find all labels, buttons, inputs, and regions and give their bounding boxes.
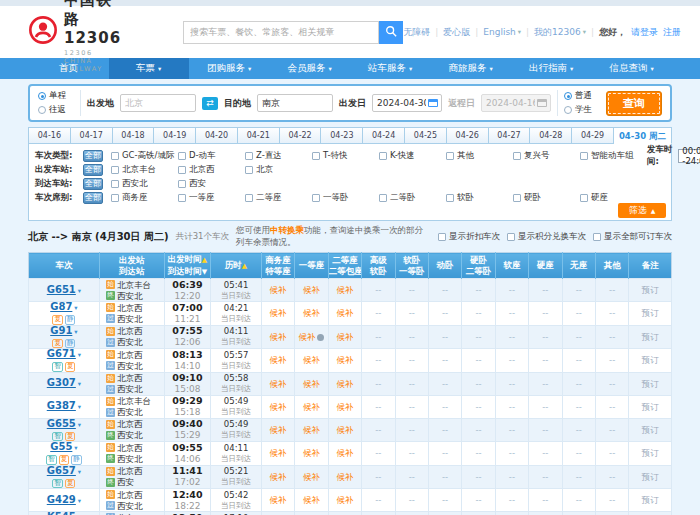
date-tab-04-29[interactable]: 04-29 bbox=[572, 127, 614, 144]
train-number-link[interactable]: G657 bbox=[47, 465, 76, 476]
filter-option[interactable]: 硬卧 bbox=[513, 192, 577, 204]
candidate-link[interactable]: 候补 bbox=[303, 495, 320, 505]
filter-option[interactable]: T-特快 bbox=[312, 150, 376, 162]
candidate-link[interactable]: 候补 bbox=[303, 448, 320, 458]
candidate-link[interactable]: 候补 bbox=[270, 332, 287, 342]
date-tab-04-23[interactable]: 04-23 bbox=[321, 127, 363, 144]
column-header[interactable]: 备注 bbox=[629, 253, 672, 279]
candidate-link[interactable]: 候补 bbox=[270, 285, 287, 295]
column-header[interactable]: 历时▲ bbox=[211, 253, 262, 279]
filter-option[interactable]: 复兴号 bbox=[513, 150, 577, 162]
filter-all-badge[interactable]: 全部 bbox=[83, 164, 103, 176]
filter-option[interactable]: 一等卧 bbox=[312, 192, 376, 204]
date-tab-04-19[interactable]: 04-19 bbox=[154, 127, 196, 144]
date-tab-04-21[interactable]: 04-21 bbox=[238, 127, 280, 144]
expand-arrow-icon[interactable]: ▾ bbox=[78, 287, 81, 295]
expand-arrow-icon[interactable]: ▾ bbox=[74, 328, 77, 336]
filter-option[interactable]: 二等座 bbox=[245, 192, 309, 204]
display-option[interactable]: 显示折扣车次 bbox=[438, 231, 500, 243]
sort-icon[interactable]: ▲ bbox=[202, 256, 207, 264]
column-header[interactable]: 动卧 bbox=[428, 253, 461, 279]
candidate-link[interactable]: 候补 bbox=[336, 425, 353, 435]
candidate-link[interactable]: 候补 bbox=[303, 425, 320, 435]
candidate-link[interactable]: 候补 bbox=[336, 332, 353, 342]
column-header[interactable]: 车次 bbox=[29, 253, 100, 279]
expand-arrow-icon[interactable]: ▾ bbox=[78, 403, 81, 411]
depart-time-select[interactable]: 00:00--24:00▾ bbox=[678, 149, 700, 163]
filter-all-badge[interactable]: 全部 bbox=[83, 192, 103, 204]
date-tab-active[interactable]: 04-30 周二 bbox=[614, 127, 672, 144]
date-tab-04-25[interactable]: 04-25 bbox=[405, 127, 447, 144]
nav-item-tickets[interactable]: 车票▾ bbox=[109, 58, 190, 79]
filter-option[interactable]: 智能动车组 bbox=[580, 150, 644, 162]
date-tab-04-24[interactable]: 04-24 bbox=[363, 127, 405, 144]
filter-all-badge[interactable]: 全部 bbox=[83, 178, 103, 190]
candidate-link[interactable]: 候补 bbox=[336, 379, 353, 389]
display-option[interactable]: 显示全部可订车次 bbox=[593, 231, 672, 243]
top-link-my-12306[interactable]: 我的12306▾ bbox=[534, 26, 586, 39]
candidate-link[interactable]: 候补 bbox=[336, 355, 353, 365]
column-header[interactable]: 无座 bbox=[562, 253, 595, 279]
candidate-link[interactable]: 候补 bbox=[336, 308, 353, 318]
column-header[interactable]: 硬卧二等卧 bbox=[462, 253, 495, 279]
column-header[interactable]: 出发时间▲到达时间▼ bbox=[164, 253, 211, 279]
column-header[interactable]: 软座 bbox=[495, 253, 528, 279]
top-link-accessibility[interactable]: 无障碍 bbox=[403, 26, 430, 39]
nav-item-home[interactable]: 首页 bbox=[28, 58, 109, 79]
train-number-link[interactable]: G655 bbox=[47, 418, 76, 429]
nav-item-travel-guide[interactable]: 出行指南▾ bbox=[511, 58, 592, 79]
date-tab-04-26[interactable]: 04-26 bbox=[447, 127, 489, 144]
candidate-info-icon[interactable] bbox=[317, 334, 324, 341]
candidate-link[interactable]: 候补 bbox=[298, 332, 315, 342]
filter-option[interactable]: 软卧 bbox=[446, 192, 510, 204]
candidate-link[interactable]: 候补 bbox=[270, 402, 287, 412]
train-number-link[interactable]: G307 bbox=[47, 377, 76, 388]
nav-item-business-service[interactable]: 商旅服务▾ bbox=[431, 58, 512, 79]
login-link[interactable]: 请登录 bbox=[631, 26, 658, 39]
filter-option[interactable]: 硬座 bbox=[580, 192, 644, 204]
column-header[interactable]: 一等座 bbox=[295, 253, 328, 279]
nav-item-station-service[interactable]: 站车服务▾ bbox=[350, 58, 431, 79]
date-tab-04-17[interactable]: 04-17 bbox=[71, 127, 113, 144]
filter-option[interactable]: K-快速 bbox=[379, 150, 443, 162]
filter-option[interactable]: 西安 bbox=[178, 178, 242, 190]
candidate-link[interactable]: 候补 bbox=[303, 355, 320, 365]
candidate-link[interactable]: 候补 bbox=[336, 472, 353, 482]
column-header[interactable]: 硬座 bbox=[529, 253, 562, 279]
filter-option[interactable]: 其他 bbox=[446, 150, 510, 162]
date-tab-04-20[interactable]: 04-20 bbox=[196, 127, 238, 144]
train-number-link[interactable]: G91 bbox=[50, 325, 72, 336]
filter-option[interactable]: 商务座 bbox=[111, 192, 175, 204]
candidate-link[interactable]: 候补 bbox=[270, 355, 287, 365]
calendar-icon[interactable] bbox=[428, 99, 438, 107]
expand-arrow-icon[interactable]: ▾ bbox=[78, 351, 81, 359]
candidate-link[interactable]: 候补 bbox=[270, 425, 287, 435]
filter-all-badge[interactable]: 全部 bbox=[83, 150, 103, 162]
candidate-link[interactable]: 候补 bbox=[270, 308, 287, 318]
candidate-link[interactable]: 候补 bbox=[336, 285, 353, 295]
candidate-link[interactable]: 候补 bbox=[270, 472, 287, 482]
column-header[interactable]: 出发站到达站 bbox=[99, 253, 164, 279]
candidate-link[interactable]: 候补 bbox=[336, 495, 353, 505]
train-number-link[interactable]: G87 bbox=[50, 302, 72, 313]
nav-item-member-service[interactable]: 会员服务▾ bbox=[270, 58, 351, 79]
filter-option[interactable]: Z-直达 bbox=[245, 150, 309, 162]
column-header[interactable]: 商务座特等座 bbox=[261, 253, 294, 279]
expand-arrow-icon[interactable]: ▾ bbox=[74, 304, 77, 312]
candidate-link[interactable]: 候补 bbox=[303, 285, 320, 295]
candidate-link[interactable]: 候补 bbox=[303, 379, 320, 389]
date-tab-04-22[interactable]: 04-22 bbox=[280, 127, 322, 144]
candidate-link[interactable]: 候补 bbox=[270, 495, 287, 505]
sort-icon[interactable]: ▲ bbox=[242, 262, 247, 270]
filter-option[interactable]: D-动车 bbox=[178, 150, 242, 162]
column-header[interactable]: 其他 bbox=[595, 253, 628, 279]
radio-normal-passenger[interactable]: 普通 bbox=[564, 90, 600, 102]
expand-arrow-icon[interactable]: ▾ bbox=[78, 421, 81, 429]
date-tab-04-18[interactable]: 04-18 bbox=[113, 127, 155, 144]
query-button[interactable]: 查询 bbox=[606, 91, 662, 116]
train-number-link[interactable]: G671 bbox=[47, 349, 76, 360]
radio-one-way[interactable]: 单程 bbox=[38, 90, 74, 102]
expand-arrow-icon[interactable]: ▾ bbox=[74, 444, 77, 452]
filter-option[interactable]: 西安北 bbox=[111, 178, 175, 190]
transfer-link[interactable]: 中转换乘 bbox=[270, 225, 304, 235]
